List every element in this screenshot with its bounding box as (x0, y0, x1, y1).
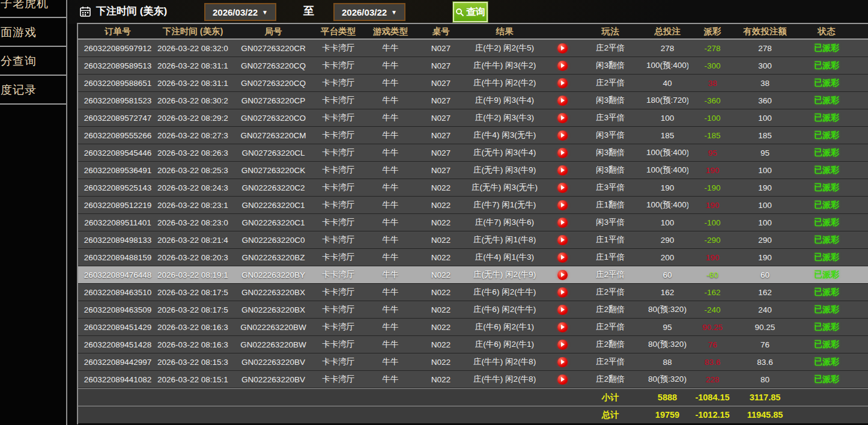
cell-round: GN027263220CO (228, 114, 318, 123)
cell-valid: 80 (736, 375, 794, 384)
replay-cell (550, 235, 574, 245)
cell-time: 2026-03-22 08:26:31 (157, 148, 228, 157)
cell-order: 260322089589513 (78, 61, 157, 70)
play-icon[interactable] (557, 61, 568, 71)
play-icon[interactable] (557, 340, 568, 350)
column-header: 状态 (794, 26, 860, 37)
cell-table_no: N027 (423, 44, 459, 53)
play-icon[interactable] (557, 235, 568, 245)
cell-table_no: N022 (423, 236, 459, 245)
cell-play: 庄2平倍 (574, 78, 646, 88)
cell-round: GN022263220BY (228, 271, 318, 280)
table-row[interactable]: 2603220894635092026-03-22 08:17:50GN0222… (78, 301, 868, 319)
cell-valid: 300 (736, 61, 794, 70)
play-icon[interactable] (557, 130, 568, 141)
cell-valid: 95 (736, 148, 794, 157)
subtotal-payout: -1084.15 (688, 393, 736, 402)
table-row[interactable]: 2603220895364912026-03-22 08:25:35GN0272… (78, 162, 868, 179)
play-icon[interactable] (557, 113, 568, 123)
cell-platform: 卡卡湾厅 (318, 287, 358, 298)
table-row[interactable]: 2603220894429972026-03-22 08:15:30GN0222… (78, 353, 868, 371)
play-triangle (561, 307, 565, 312)
sidebar-item-table-games[interactable]: 面游戏 (0, 18, 66, 47)
date-from-select[interactable]: 2026/03/22 ▼ (204, 3, 276, 21)
cell-game: 牛牛 (358, 322, 423, 332)
cell-payout: 228 (688, 375, 736, 384)
cell-bet: 200 (646, 253, 688, 262)
cell-play: 庄3平倍 (574, 182, 646, 193)
table-row[interactable]: 2603220894981332026-03-22 08:21:46GN0222… (78, 231, 868, 249)
play-icon[interactable] (557, 43, 568, 54)
cell-round: GN022263220C0 (228, 236, 318, 245)
table-row[interactable]: 2603220895815232026-03-22 08:30:24GN0272… (78, 92, 868, 109)
table-row[interactable]: 2603220894514292026-03-22 08:16:34GN0222… (78, 319, 868, 336)
cell-platform: 卡卡湾厅 (318, 43, 358, 54)
play-icon[interactable] (557, 96, 568, 106)
cell-payout: -100 (688, 114, 736, 123)
play-icon[interactable] (557, 165, 568, 176)
play-icon[interactable] (557, 183, 568, 193)
cell-bet: 100(预:400) (646, 147, 688, 158)
play-icon[interactable] (557, 218, 568, 228)
table-row[interactable]: 2603220895454462026-03-22 08:26:31GN0272… (78, 144, 868, 162)
sidebar: 子老虎机 面游戏 分查询 度记录 (0, 0, 67, 425)
cell-round: GN022263220BX (228, 288, 318, 297)
table-row[interactable]: 2603220895552662026-03-22 08:27:34GN0272… (78, 127, 868, 144)
cell-round: GN022263220C1 (228, 218, 318, 227)
table-row[interactable]: 2603220895895132026-03-22 08:31:18GN0272… (78, 57, 868, 75)
total-payout: -1012.15 (688, 410, 736, 420)
search-button[interactable]: 查询 (453, 2, 488, 22)
sidebar-item-points-query[interactable]: 分查询 (0, 47, 66, 76)
cell-round: GN022263220BZ (228, 253, 318, 262)
cell-bet: 162 (646, 288, 688, 297)
cell-payout: 190 (688, 166, 736, 175)
search-button-label: 查询 (466, 6, 485, 19)
cell-platform: 卡卡湾厅 (318, 95, 358, 106)
play-icon[interactable] (557, 287, 568, 298)
play-icon[interactable] (557, 252, 568, 263)
replay-cell (550, 183, 574, 193)
table-row[interactable]: 2603220895727472026-03-22 08:29:27GN0272… (78, 109, 868, 127)
cell-bet: 180(预:720) (646, 95, 688, 106)
play-icon[interactable] (557, 322, 568, 332)
date-from-value: 2026/03/22 (213, 7, 258, 17)
table-row[interactable]: 2603220895114012026-03-22 08:23:04GN0222… (78, 214, 868, 231)
table-row[interactable]: 2603220894410822026-03-22 08:15:17GN0222… (78, 371, 868, 388)
play-icon[interactable] (557, 270, 568, 280)
table-row[interactable]: 2603220894881592026-03-22 08:20:36GN0222… (78, 249, 868, 266)
replay-cell (550, 113, 574, 123)
play-icon[interactable] (557, 78, 568, 88)
play-icon[interactable] (557, 148, 568, 158)
play-icon[interactable] (557, 200, 568, 210)
cell-platform: 卡卡湾厅 (318, 182, 358, 193)
sidebar-item-quota-records[interactable]: 度记录 (0, 76, 66, 105)
column-header: 桌号 (423, 26, 459, 37)
sidebar-item-slots[interactable]: 子老虎机 (0, 0, 66, 18)
cell-valid: 38 (736, 79, 794, 88)
table-row[interactable]: 2603220894514282026-03-22 08:16:34GN0222… (78, 336, 868, 353)
table-row[interactable]: 2603220895122192026-03-22 08:23:10GN0222… (78, 197, 868, 214)
cell-valid: 290 (736, 236, 794, 245)
play-icon[interactable] (557, 357, 568, 367)
date-range-to-label: 至 (303, 0, 314, 24)
total-row: 总计 19759 -1012.15 11945.85 (78, 406, 868, 423)
cell-result: 庄(牛牛) 闲2(牛2) (459, 78, 550, 88)
table-row[interactable]: 2603220894764482026-03-22 08:19:17GN0222… (78, 266, 868, 284)
table-row[interactable]: 2603220894635102026-03-22 08:17:50GN0222… (78, 284, 868, 301)
cell-round: GN027263220CQ (228, 79, 318, 88)
cell-result: 庄(牛2) 闲2(牛5) (459, 43, 550, 54)
cell-bet: 190 (646, 183, 688, 192)
play-icon[interactable] (557, 305, 568, 315)
table-header: 订单号下注时间 (美东)局号平台类型游戏类型桌号结果玩法总投注派彩有效投注额状态… (78, 24, 868, 40)
cell-result: 庄(无牛) 闲3(无牛) (459, 182, 550, 193)
cell-payout: -185 (688, 131, 736, 140)
play-icon[interactable] (557, 375, 568, 385)
cell-play: 庄2翻倍 (574, 374, 646, 385)
table-row[interactable]: 2603220895979122026-03-22 08:32:08GN0272… (78, 40, 868, 57)
cell-table_no: N027 (423, 148, 459, 157)
cell-bet: 100 (646, 114, 688, 123)
table-row[interactable]: 2603220895251432026-03-22 08:24:30GN0222… (78, 179, 868, 197)
cell-round: GN022263220C2 (228, 183, 318, 192)
date-to-select[interactable]: 2026/03/22 ▼ (333, 3, 405, 21)
table-row[interactable]: 2603220895886512026-03-22 08:31:11GN0272… (78, 75, 868, 92)
